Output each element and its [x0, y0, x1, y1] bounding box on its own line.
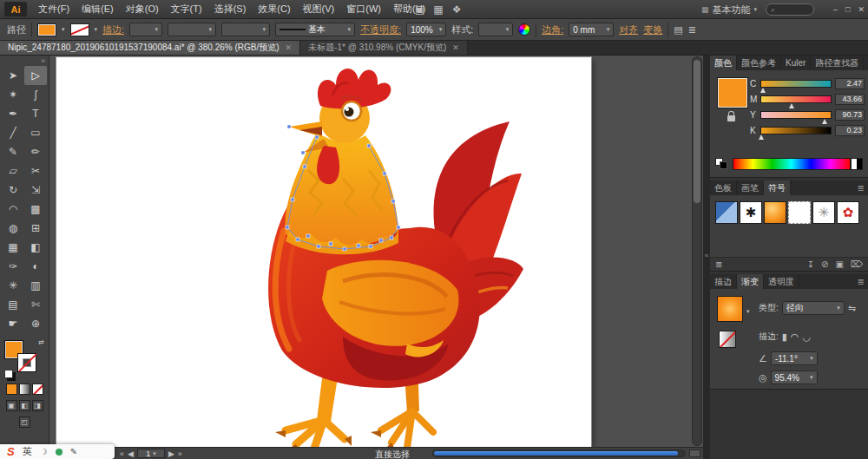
canvas-pasteboard[interactable]: [49, 56, 703, 447]
night-mode-icon[interactable]: ☽: [40, 447, 48, 456]
artboard[interactable]: [56, 57, 591, 447]
pencil-tool[interactable]: ✏: [24, 142, 47, 161]
collapse-toolbar-icon[interactable]: »: [41, 56, 45, 65]
close-tab-icon[interactable]: ✕: [452, 43, 459, 52]
transform-link[interactable]: 变换: [643, 23, 662, 36]
paintbrush-tool[interactable]: ✎: [2, 142, 24, 161]
artboard-number-field[interactable]: 1 ▾: [137, 449, 165, 458]
break-link-icon[interactable]: ⊘: [821, 259, 828, 269]
symbol-frame[interactable]: [788, 201, 811, 224]
gradient-mode-button[interactable]: [19, 384, 30, 395]
panel-menu-icon[interactable]: ≣: [854, 180, 868, 195]
color-mode-button[interactable]: [6, 384, 17, 395]
menu-effect[interactable]: 效果(C): [252, 0, 296, 19]
sogou-logo[interactable]: S: [7, 445, 15, 458]
channel-m-slider[interactable]: [760, 95, 832, 103]
tab-transparency[interactable]: 透明度: [764, 274, 799, 289]
rectangle-tool[interactable]: ▭: [24, 123, 47, 142]
blend-tool[interactable]: ◐: [24, 257, 47, 276]
draw-inside-button[interactable]: ◨: [32, 400, 43, 411]
stroke-within-icon[interactable]: ▮: [782, 331, 787, 343]
menu-select[interactable]: 选择(S): [208, 0, 253, 19]
symbol-rosette[interactable]: ✳: [812, 201, 835, 224]
stroke-along-icon[interactable]: ◠: [791, 331, 799, 343]
screen-mode-button[interactable]: ◰: [19, 416, 30, 428]
horizontal-scrollbar-thumb[interactable]: [434, 451, 678, 456]
width-profile-dropdown[interactable]: ▾: [168, 23, 216, 36]
stroke-color-swatch[interactable]: [70, 23, 89, 36]
corner-link[interactable]: 边角:: [542, 23, 563, 36]
none-mode-button[interactable]: [32, 384, 43, 395]
workspace-switcher[interactable]: ▦ 基本功能 ▾: [701, 0, 757, 19]
column-graph-tool[interactable]: ▥: [24, 276, 47, 295]
symbol-sprayer-tool[interactable]: ✳: [2, 276, 24, 295]
menu-window[interactable]: 窗口(W): [340, 0, 387, 19]
fill-caret-icon[interactable]: ▾: [62, 26, 65, 33]
align-link[interactable]: 对齐: [619, 23, 638, 36]
hand-tool[interactable]: ☛: [2, 314, 24, 333]
menu-file[interactable]: 文件(F): [32, 0, 76, 19]
pen-tool[interactable]: ✒: [2, 104, 24, 123]
gradient-type-dropdown[interactable]: 径向 ▾: [782, 301, 845, 315]
eraser-tool[interactable]: ▱: [2, 161, 24, 180]
opacity-field[interactable]: 100% ▾: [406, 23, 446, 36]
first-artboard-icon[interactable]: «: [120, 449, 124, 458]
tab-gradient[interactable]: 渐变: [737, 274, 764, 289]
lasso-tool[interactable]: ʃ: [24, 85, 47, 104]
minimize-button[interactable]: –: [833, 5, 838, 14]
new-symbol-icon[interactable]: ▣: [835, 259, 843, 269]
tab-swatches[interactable]: 色板: [710, 180, 737, 195]
style-dropdown[interactable]: ▾: [478, 23, 513, 36]
menu-edit[interactable]: 编辑(E): [76, 0, 120, 19]
mesh-tool[interactable]: ▦: [2, 238, 24, 257]
stroke-link[interactable]: 描边:: [102, 23, 124, 36]
scissors-tool[interactable]: ✂: [24, 161, 47, 180]
symbol-orange-ball[interactable]: [764, 201, 786, 224]
dock-collapse-strip[interactable]: «: [703, 56, 710, 459]
symbol-libraries-icon[interactable]: ≣: [715, 259, 722, 269]
swap-fill-stroke-icon[interactable]: ⇄: [38, 338, 44, 346]
gradient-angle-field[interactable]: -11.1° ▾: [771, 351, 818, 365]
color-spectrum[interactable]: [733, 158, 851, 170]
restore-button[interactable]: □: [845, 5, 850, 14]
channel-y-slider[interactable]: [760, 111, 832, 119]
prev-artboard-icon[interactable]: ◀: [128, 449, 134, 458]
menu-type[interactable]: 文字(T): [165, 0, 208, 19]
spectrum-bw[interactable]: [851, 158, 863, 170]
channel-c-slider[interactable]: [760, 80, 832, 88]
reverse-gradient-icon[interactable]: ⇋: [848, 303, 856, 314]
menu-view[interactable]: 视图(V): [297, 0, 341, 19]
isolate-selection-icon[interactable]: ▤: [674, 24, 682, 36]
symbol-red-flower[interactable]: ✿: [837, 201, 859, 224]
selection-tool[interactable]: ➤: [2, 66, 24, 85]
ime-tools-icon[interactable]: ✎: [70, 447, 77, 456]
document-tab-2[interactable]: 未标题-1* @ 310.98% (CMYK/预览) ✕: [300, 41, 468, 55]
stroke-color-control[interactable]: [17, 353, 36, 372]
channel-m-value[interactable]: 43.66: [835, 94, 865, 105]
tab-color[interactable]: 颜色: [710, 56, 737, 70]
stroke-across-icon[interactable]: ◡: [802, 331, 811, 343]
gradient-tool[interactable]: ◧: [24, 238, 47, 257]
status-dot-icon[interactable]: [56, 449, 62, 456]
direct-selection-tool[interactable]: ▷: [24, 66, 47, 85]
slider-marker[interactable]: [822, 119, 827, 124]
document-tab-1[interactable]: Nipic_24787180_20190610191537190084.ai* …: [0, 41, 300, 55]
fill-color-swatch[interactable]: [37, 23, 56, 36]
scale-tool[interactable]: ⇲: [24, 180, 47, 200]
type-tool[interactable]: T: [24, 104, 47, 123]
default-fill-stroke-icon[interactable]: [4, 370, 13, 378]
magic-wand-tool[interactable]: ✶: [2, 85, 24, 104]
panel-menu-icon[interactable]: ≣: [854, 274, 868, 289]
stroke-caret-icon[interactable]: ▾: [95, 26, 98, 33]
gradient-caret-icon[interactable]: ▾: [746, 308, 750, 315]
slider-marker[interactable]: [760, 88, 766, 93]
tab-pathfinder[interactable]: 路径查找器: [811, 56, 864, 70]
tab-kuler[interactable]: Kuler: [781, 56, 811, 70]
tab-color-guide[interactable]: 颜色参考: [737, 56, 781, 70]
recolor-artwork-icon[interactable]: [518, 23, 530, 36]
perspective-grid-tool[interactable]: ⊞: [24, 219, 47, 238]
delete-icon[interactable]: ⌦: [851, 259, 863, 269]
bridge-icon[interactable]: ▣: [415, 3, 424, 16]
gradient-swatch[interactable]: [717, 296, 743, 322]
bw-swatches[interactable]: [715, 158, 729, 170]
